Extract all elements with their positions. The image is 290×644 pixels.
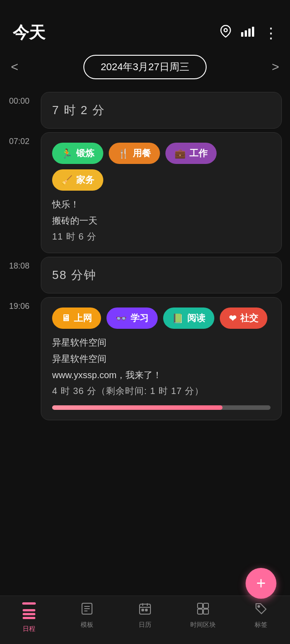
svg-rect-5 (23, 609, 35, 611)
tag-label-exercise: 锻炼 (76, 147, 94, 159)
location-icon[interactable] (219, 25, 232, 41)
tag-label-work: 工作 (189, 147, 208, 159)
svg-rect-20 (198, 609, 203, 614)
card-note-0702-2: 搬砖的一天 (52, 213, 271, 228)
time-row-0702: 07:02 🏃 锻炼 🍴 用餐 💼 工作 🧹 家务 (0, 129, 290, 253)
exercise-icon: 🏃 (61, 148, 72, 159)
card-note-1906-2: 异星软件空间 (52, 351, 271, 366)
card-duration-0702: 11 时 6 分 (52, 231, 271, 243)
internet-icon: 🖥 (61, 313, 70, 323)
progress-bar-wrap (52, 405, 271, 410)
nav-item-timeblock[interactable]: 时间区块 (185, 602, 221, 629)
prev-date-button[interactable]: < (11, 60, 18, 74)
svg-rect-19 (203, 603, 208, 608)
header: 今天 ⋮ (0, 0, 290, 51)
time-row-1906: 19:06 🖥 上网 👓 学习 📗 阅读 ❤ 社交 (0, 293, 290, 420)
current-date[interactable]: 2024年3月27日周三 (83, 55, 207, 79)
svg-point-0 (224, 29, 227, 32)
card-duration-1906: 4 时 36 分（剩余时间: 1 时 17 分） (52, 385, 271, 397)
tags-row-1906: 🖥 上网 👓 学习 📗 阅读 ❤ 社交 (52, 308, 271, 329)
schedule-icon (23, 608, 35, 622)
tag-chores[interactable]: 🧹 家务 (52, 169, 103, 191)
tag-exercise[interactable]: 🏃 锻炼 (52, 143, 103, 164)
progress-bar-fill (52, 405, 222, 410)
time-card-0702[interactable]: 🏃 锻炼 🍴 用餐 💼 工作 🧹 家务 快乐！ 搬砖的一天 11 时 6 (41, 132, 282, 253)
time-label-1906: 19:06 (0, 293, 41, 311)
tags-icon (255, 602, 267, 618)
tag-study[interactable]: 👓 学习 (106, 308, 158, 329)
read-icon: 📗 (172, 313, 184, 324)
svg-rect-2 (245, 30, 247, 37)
timeline: 00:00 7 时 2 分 07:02 🏃 锻炼 🍴 用餐 💼 工作 (0, 88, 290, 475)
template-icon (81, 602, 93, 618)
tag-label-social: 社交 (240, 312, 258, 324)
tag-work[interactable]: 💼 工作 (165, 143, 217, 164)
duration-0000: 7 时 2 分 (52, 103, 105, 117)
time-label-0000: 00:00 (0, 88, 41, 106)
calendar-icon (139, 602, 151, 618)
tags-row-0702: 🏃 锻炼 🍴 用餐 💼 工作 🧹 家务 (52, 143, 271, 191)
nav-label-schedule: 日程 (23, 625, 35, 633)
time-card-1808[interactable]: 58 分钟 (41, 257, 282, 293)
tag-read[interactable]: 📗 阅读 (163, 308, 214, 329)
svg-rect-7 (23, 617, 35, 619)
tag-internet[interactable]: 🖥 上网 (52, 308, 101, 329)
nav-label-calendar: 日历 (139, 621, 151, 629)
svg-rect-6 (23, 613, 35, 615)
header-icons: ⋮ (219, 24, 277, 42)
tag-meal[interactable]: 🍴 用餐 (109, 143, 160, 164)
tag-label-read: 阅读 (187, 312, 205, 324)
work-icon: 💼 (174, 148, 186, 159)
page-title: 今天 (13, 22, 45, 44)
time-row-0000: 00:00 7 时 2 分 (0, 88, 290, 129)
signal-icon (241, 26, 255, 40)
time-card-0000[interactable]: 7 时 2 分 (41, 92, 282, 129)
duration-1808: 58 分钟 (52, 268, 97, 282)
svg-rect-4 (252, 27, 254, 37)
nav-item-schedule[interactable]: 日程 (11, 602, 47, 633)
chores-icon: 🧹 (61, 175, 72, 186)
svg-rect-1 (241, 32, 243, 37)
time-card-1906[interactable]: 🖥 上网 👓 学习 📗 阅读 ❤ 社交 异星软件空间 异星软件空间 www.y (41, 297, 282, 420)
add-icon: + (256, 574, 266, 593)
nav-item-tags[interactable]: 标签 (243, 602, 279, 629)
time-row-1808: 18:08 58 分钟 (0, 253, 290, 293)
nav-label-template: 模板 (81, 621, 93, 629)
time-label-1808: 18:08 (0, 253, 41, 271)
nav-item-calendar[interactable]: 日历 (127, 602, 163, 629)
tag-label-meal: 用餐 (133, 147, 151, 159)
svg-point-22 (258, 606, 260, 607)
svg-rect-18 (198, 603, 203, 608)
svg-rect-16 (142, 609, 144, 611)
time-label-0702: 07:02 (0, 129, 41, 146)
svg-rect-21 (203, 609, 208, 614)
card-note-1906-3: www.yxssp.com，我来了！ (52, 368, 271, 382)
svg-rect-3 (248, 29, 251, 37)
card-note-0702-1: 快乐！ (52, 197, 271, 211)
nav-label-timeblock: 时间区块 (190, 621, 216, 629)
tag-label-study: 学习 (130, 312, 149, 324)
svg-rect-12 (140, 604, 150, 614)
card-note-1906-1: 异星软件空间 (52, 335, 271, 350)
nav-active-indicator (22, 602, 36, 605)
add-button[interactable]: + (246, 568, 276, 599)
tag-label-chores: 家务 (76, 174, 94, 186)
nav-item-template[interactable]: 模板 (69, 602, 105, 629)
social-icon: ❤ (229, 313, 237, 324)
nav-label-tags: 标签 (255, 621, 267, 629)
timeblock-icon (197, 602, 209, 618)
more-icon[interactable]: ⋮ (264, 24, 277, 42)
next-date-button[interactable]: > (272, 60, 279, 74)
meal-icon: 🍴 (118, 148, 129, 159)
svg-rect-17 (145, 609, 147, 611)
tag-label-internet: 上网 (74, 312, 92, 324)
tag-social[interactable]: ❤ 社交 (220, 308, 267, 329)
bottom-nav: 日程 模板 日历 (0, 596, 290, 644)
date-bar: < 2024年3月27日周三 > (0, 51, 290, 88)
study-icon: 👓 (116, 313, 127, 324)
